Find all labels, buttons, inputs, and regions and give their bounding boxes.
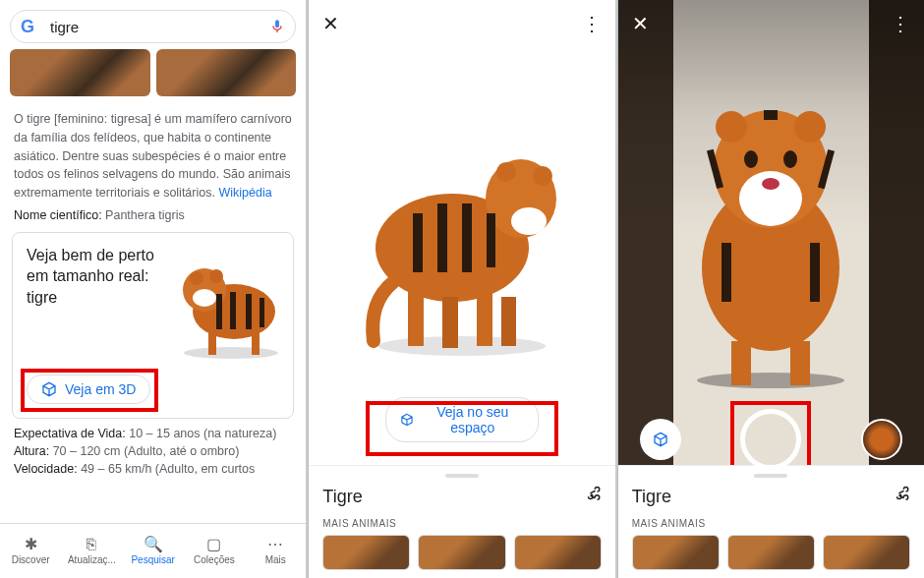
search-icon: 🔍 <box>144 537 163 552</box>
tiger-illustration <box>167 243 285 361</box>
more-icon: ⋯ <box>267 537 283 552</box>
animal-thumb[interactable] <box>823 535 910 570</box>
svg-point-33 <box>783 150 797 168</box>
svg-rect-18 <box>413 213 423 272</box>
cube-icon <box>653 432 668 447</box>
bottom-sheet[interactable]: Tigre MAIS ANIMAIS <box>618 465 924 578</box>
fact-scientific-name: Nome científico: Panthera tigris <box>0 206 306 224</box>
svg-rect-22 <box>408 292 424 346</box>
gallery-thumb[interactable] <box>861 419 902 460</box>
svg-rect-41 <box>790 341 810 385</box>
sparkle-icon: ✱ <box>25 537 37 552</box>
sheet-title: Tigre <box>322 487 362 507</box>
image-thumbnails <box>0 49 306 104</box>
svg-point-15 <box>496 162 516 182</box>
svg-point-32 <box>744 150 758 168</box>
3d-viewport[interactable]: Veja no seu espaço <box>309 47 614 470</box>
tiger-thumb[interactable] <box>156 49 297 96</box>
svg-rect-25 <box>501 297 516 346</box>
more-animals-label: MAIS ANIMAIS <box>632 518 910 529</box>
close-icon[interactable]: ✕ <box>322 12 339 35</box>
svg-rect-38 <box>810 243 820 302</box>
animal-thumb[interactable] <box>322 535 410 570</box>
ar-camera-panel: ✕ ⋮ Tigre <box>617 0 924 578</box>
svg-rect-21 <box>487 213 495 267</box>
ar-topbar: ✕ ⋮ <box>618 0 924 47</box>
nav-search[interactable]: 🔍 Pesquisar <box>123 524 184 578</box>
shutter-button[interactable] <box>740 409 801 470</box>
fact-height: Altura: 70 – 120 cm (Adulto, até o ombro… <box>0 442 306 460</box>
bookmark-icon: ▢ <box>206 537 221 552</box>
view-3d-button[interactable]: Veja em 3D <box>27 375 150 404</box>
tiger-ar-overlay <box>667 95 874 390</box>
search-results-panel: G O tigre [feminino: tigresa] é um mamíf… <box>0 0 306 578</box>
svg-point-26 <box>697 373 844 388</box>
nav-more[interactable]: ⋯ Mais <box>245 524 306 578</box>
animal-thumbs <box>322 535 601 570</box>
svg-point-34 <box>762 178 780 190</box>
3d-card-title: Veja bem de perto em tamanho real: tigre <box>27 245 166 309</box>
svg-point-3 <box>190 271 203 285</box>
tiger-thumb[interactable] <box>10 49 150 96</box>
nav-updates[interactable]: ⎘ Atualizaç... <box>61 524 122 578</box>
sheet-title: Tigre <box>632 487 671 507</box>
svg-rect-24 <box>477 292 492 346</box>
bottom-sheet[interactable]: Tigre MAIS ANIMAIS <box>309 465 614 578</box>
camera-controls <box>618 409 924 470</box>
animal-thumb[interactable] <box>727 535 815 570</box>
cube-ar-icon <box>400 412 414 428</box>
svg-point-5 <box>193 289 216 307</box>
svg-point-17 <box>511 207 547 235</box>
svg-rect-37 <box>722 243 731 302</box>
svg-rect-23 <box>442 297 458 348</box>
inbox-icon: ⎘ <box>87 537 96 552</box>
svg-rect-20 <box>462 203 472 272</box>
svg-rect-11 <box>252 333 260 355</box>
svg-point-30 <box>794 111 826 143</box>
search-input[interactable] <box>48 18 261 36</box>
fact-life-expectancy: Expectativa de Vida: 10 – 15 anos (na na… <box>0 425 306 442</box>
tiger-3d-model <box>354 105 570 361</box>
svg-point-0 <box>184 347 278 359</box>
fact-speed: Velocidade: 49 – 65 km/h (Adulto, em cur… <box>0 460 306 478</box>
wikipedia-link[interactable]: Wikipédia <box>218 186 271 200</box>
svg-rect-7 <box>230 292 236 329</box>
animal-thumb[interactable] <box>514 535 602 570</box>
svg-rect-6 <box>216 294 222 329</box>
drag-handle-icon[interactable] <box>754 474 787 478</box>
svg-rect-10 <box>208 333 216 355</box>
svg-point-12 <box>378 336 546 356</box>
animal-thumb[interactable] <box>632 535 720 570</box>
svg-point-29 <box>716 111 747 143</box>
bottom-nav: ✱ Discover ⎘ Atualizaç... 🔍 Pesquisar ▢ … <box>0 523 306 578</box>
share-icon[interactable] <box>584 486 602 508</box>
mic-icon[interactable] <box>269 19 285 34</box>
more-animals-label: MAIS ANIMAIS <box>322 518 601 529</box>
kebab-icon[interactable]: ⋮ <box>891 12 910 35</box>
animal-thumbs <box>632 535 910 570</box>
nav-discover[interactable]: ✱ Discover <box>0 524 61 578</box>
kebab-icon[interactable]: ⋮ <box>582 12 602 35</box>
cube-icon <box>41 381 57 397</box>
viewer-topbar: ✕ ⋮ <box>309 0 614 47</box>
svg-rect-9 <box>260 298 264 327</box>
drag-handle-icon[interactable] <box>445 474 479 478</box>
google-logo-icon: G <box>21 17 40 36</box>
svg-rect-40 <box>731 341 751 385</box>
3d-viewer-panel: ✕ ⋮ <box>308 0 614 578</box>
close-icon[interactable]: ✕ <box>632 12 649 35</box>
view-in-space-button[interactable]: Veja no seu espaço <box>385 397 539 442</box>
search-bar[interactable]: G <box>10 10 296 43</box>
animal-thumb[interactable] <box>418 535 505 570</box>
nav-collections[interactable]: ▢ Coleções <box>184 524 245 578</box>
svg-point-16 <box>533 166 552 186</box>
svg-rect-8 <box>246 294 252 329</box>
3d-card: Veja bem de perto em tamanho real: tigre… <box>12 232 294 419</box>
svg-rect-19 <box>437 203 447 272</box>
svg-point-4 <box>209 269 223 283</box>
svg-rect-39 <box>764 110 778 120</box>
share-icon[interactable] <box>893 486 910 508</box>
3d-mode-button[interactable] <box>640 419 681 460</box>
knowledge-description: O tigre [feminino: tigresa] é um mamífer… <box>0 104 306 206</box>
